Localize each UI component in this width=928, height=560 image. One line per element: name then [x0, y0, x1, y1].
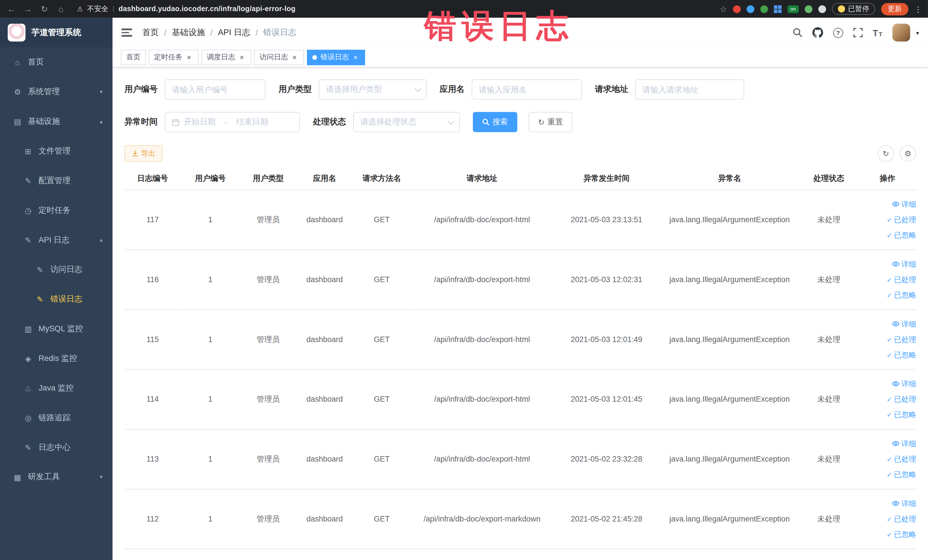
detail-link[interactable]: 详细 [859, 436, 916, 451]
hamburger-icon[interactable] [122, 29, 132, 37]
breadcrumb-item[interactable]: API 日志 [218, 27, 250, 38]
sidebar-item-dev-tools[interactable]: ▦ 研发工具 ▾ [0, 462, 113, 492]
forward-icon[interactable]: → [23, 4, 33, 14]
close-icon[interactable]: × [351, 53, 360, 61]
breadcrumb-current: 错误日志 [263, 27, 296, 38]
ignore-link[interactable]: ✓已忽略 [859, 287, 916, 302]
cell-app: dashboard [296, 369, 353, 429]
process-link[interactable]: ✓已处理 [859, 331, 916, 347]
detail-link[interactable]: 详细 [859, 197, 916, 212]
sidebar-item-scheduled-tasks[interactable]: ◷ 定时任务 [0, 195, 113, 225]
extension-icon[interactable] [746, 5, 754, 13]
process-link[interactable]: ✓已处理 [859, 391, 916, 407]
address-bar[interactable]: ⚠ 不安全 | dashboard.yudao.iocoder.cn/infra… [77, 4, 296, 14]
process-status-select[interactable]: 请选择处理状态 [353, 112, 460, 132]
sidebar-item-system-management[interactable]: ⚙ 系统管理 ▾ [0, 77, 113, 107]
paused-badge[interactable]: 已暂停 [832, 3, 875, 15]
extension-icon[interactable] [760, 5, 768, 13]
process-link[interactable]: ✓已处理 [859, 212, 916, 227]
file-icon: ⊞ [23, 146, 33, 156]
sidebar-item-java-monitor[interactable]: ♨ Java 监控 [0, 374, 113, 403]
search-icon[interactable] [793, 28, 802, 37]
refresh-button[interactable]: ↻ [878, 145, 894, 162]
cell-log-id: 114 [124, 369, 180, 429]
caret-down-icon[interactable]: ▾ [916, 29, 919, 36]
extension-on-icon[interactable]: on [788, 5, 799, 13]
detail-link[interactable]: 详细 [859, 316, 916, 331]
process-link[interactable]: ✓已处理 [859, 272, 916, 287]
redis-icon: ◈ [23, 354, 33, 363]
sidebar-item-tracing[interactable]: ◎ 链路追踪 [0, 403, 113, 432]
check-icon: ✓ [887, 391, 892, 407]
process-link[interactable]: ✓已处理 [859, 511, 916, 526]
check-icon: ✓ [887, 467, 892, 482]
app-name-input[interactable] [472, 79, 582, 99]
sidebar-item-access-log[interactable]: ✎ 访问日志 [0, 255, 113, 284]
cell-actions: 详细 ✓已处理 ✓已忽略 [859, 369, 916, 429]
font-size-icon[interactable]: TT [873, 28, 882, 37]
ignore-link[interactable]: ✓已忽略 [859, 347, 916, 362]
tab-access-log[interactable]: 访问日志 × [254, 49, 304, 65]
fullscreen-icon[interactable] [853, 28, 863, 37]
update-button[interactable]: 更新 [881, 3, 908, 15]
help-icon[interactable]: ? [833, 27, 843, 38]
ignore-link[interactable]: ✓已忽略 [859, 526, 916, 542]
detail-link[interactable]: 详细 [859, 376, 916, 391]
close-icon[interactable]: × [185, 53, 193, 61]
eye-icon [892, 439, 899, 447]
user-id-input[interactable] [165, 79, 265, 99]
close-icon[interactable]: × [238, 53, 246, 61]
process-link[interactable]: ✓已处理 [859, 451, 916, 467]
sidebar-item-infrastructure[interactable]: ▤ 基础设施 ▴ [0, 107, 113, 136]
tab-dispatch-log[interactable]: 调度日志 × [201, 49, 251, 65]
user-type-select[interactable]: 请选择用户类型 [319, 79, 427, 99]
search-button[interactable]: 搜索 [473, 112, 517, 132]
tab-home[interactable]: 首页 [121, 49, 146, 65]
cell-method: GET [353, 429, 411, 489]
sidebar-item-file-management[interactable]: ⊞ 文件管理 [0, 136, 113, 166]
sidebar-item-config-management[interactable]: ✎ 配置管理 [0, 166, 113, 196]
breadcrumb-item[interactable]: 基础设施 [172, 27, 205, 38]
home-icon[interactable]: ⌂ [56, 4, 66, 14]
date-range-picker[interactable]: 开始日期 - 结束日期 [165, 112, 300, 132]
extension-icon[interactable] [805, 5, 812, 13]
bookmark-star-icon[interactable]: ☆ [720, 4, 727, 14]
close-icon[interactable]: × [290, 53, 299, 61]
reload-icon[interactable]: ↻ [39, 4, 50, 14]
reset-button[interactable]: ↻ 重置 [529, 112, 572, 132]
column-settings-button[interactable]: ⚙ [899, 145, 916, 162]
breadcrumb-item[interactable]: 首页 [142, 27, 159, 38]
github-icon[interactable] [812, 27, 823, 38]
check-icon: ✓ [887, 511, 892, 526]
request-url-input[interactable] [635, 79, 744, 99]
sidebar-logo[interactable]: 芋道管理系统 [0, 18, 113, 47]
sidebar-item-label: 错误日志 [50, 294, 82, 304]
extension-icon[interactable] [818, 5, 826, 13]
ignore-link[interactable]: ✓已忽略 [859, 407, 916, 422]
sidebar-item-error-log[interactable]: ✎ 错误日志 [0, 284, 113, 314]
eye-icon [892, 260, 899, 268]
sidebar-item-label: 首页 [28, 57, 44, 67]
avatar[interactable] [892, 24, 910, 41]
detail-link[interactable]: 详细 [859, 496, 916, 511]
detail-link[interactable]: 详细 [859, 256, 916, 272]
tab-error-log[interactable]: 错误日志 × [307, 49, 365, 65]
cell-status: 未处理 [799, 190, 859, 250]
export-button[interactable]: 导出 [124, 145, 162, 162]
cell-status: 未处理 [799, 429, 859, 489]
sidebar-item-api-logs[interactable]: ✎ API 日志 ▴ [0, 225, 113, 255]
ignore-link[interactable]: ✓已忽略 [859, 227, 916, 243]
cell-app: dashboard [296, 489, 353, 549]
ignore-link[interactable]: ✓已忽略 [859, 467, 916, 482]
sidebar-item-home[interactable]: ⌂ 首页 [0, 47, 113, 77]
extension-grid-icon[interactable] [774, 5, 781, 13]
tab-scheduled-tasks[interactable]: 定时任务 × [149, 49, 198, 65]
sidebar-item-mysql-monitor[interactable]: ▥ MySQL 监控 [0, 314, 113, 344]
back-icon[interactable]: ← [6, 4, 17, 14]
sidebar-item-log-center[interactable]: ✎ 日志中心 [0, 432, 113, 462]
sidebar-item-redis-monitor[interactable]: ◈ Redis 监控 [0, 344, 113, 374]
browser-menu-icon[interactable]: ⋮ [914, 5, 922, 14]
url-text[interactable]: dashboard.yudao.iocoder.cn/infra/log/api… [118, 5, 295, 13]
extension-icon[interactable] [733, 5, 740, 13]
sidebar-item-label: 访问日志 [50, 264, 82, 275]
